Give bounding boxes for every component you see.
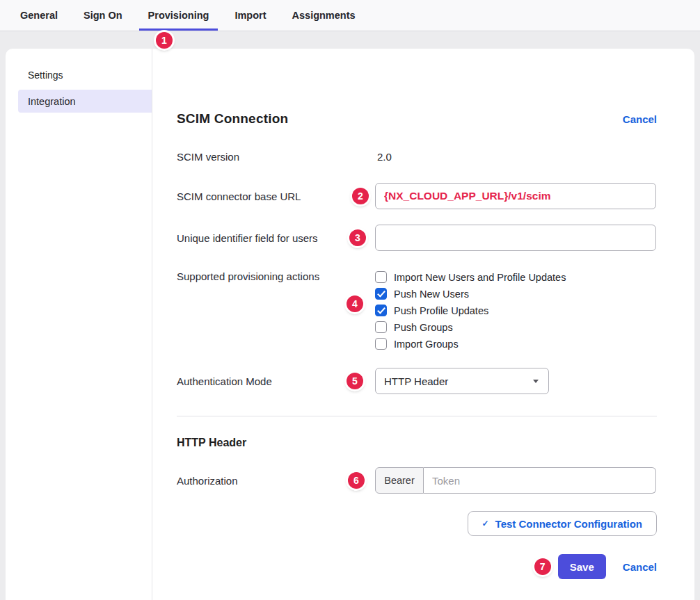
scim-connection-form: SCIM Connection Cancel SCIM version 2.0 … [152,49,694,600]
authentication-mode-select[interactable]: HTTP Header [375,368,549,394]
unique-id-input[interactable] [375,225,656,251]
option-push-new-users[interactable]: Push New Users [375,288,566,300]
option-label: Import Groups [394,339,459,350]
page-title: SCIM Connection [177,111,288,127]
test-connector-button[interactable]: ✓ Test Connector Configuration [468,511,657,536]
save-row: 7 Save Cancel [177,554,657,579]
save-button[interactable]: Save [558,554,606,579]
scim-version-label: SCIM version [177,151,375,163]
option-label: Import New Users and Profile Updates [394,272,566,283]
cancel-button[interactable]: Cancel [623,561,657,573]
sidebar-heading: Settings [6,70,152,81]
annotation-badge-7: 7 [534,558,551,575]
option-import-new-users[interactable]: Import New Users and Profile Updates [375,271,566,283]
tab-import[interactable]: Import [225,0,275,31]
provisioning-actions-row: Supported provisioning actions Import Ne… [177,270,657,350]
authentication-mode-row: Authentication Mode HTTP Header 5 [177,368,657,394]
provisioning-panel: Settings Integration SCIM Connection Can… [6,49,694,600]
provisioning-actions-list: Import New Users and Profile Updates Pus… [375,270,566,350]
annotation-badge-5: 5 [347,373,363,389]
unique-id-label: Unique identifier field for users [177,232,375,244]
tab-assignments[interactable]: Assignments [283,0,365,31]
annotation-badge-3: 3 [349,229,366,246]
section-divider [177,416,657,416]
checkbox-icon[interactable] [375,305,387,316]
authentication-mode-value: HTTP Header [384,375,448,387]
authorization-row: Authorization Bearer 6 [177,467,657,494]
authentication-mode-label: Authentication Mode [177,375,375,387]
test-connector-label: Test Connector Configuration [495,518,642,530]
option-label: Push Groups [394,322,453,333]
unique-id-row: Unique identifier field for users 3 [177,225,657,251]
annotation-badge-4: 4 [347,295,363,312]
annotation-badge-1: 1 [156,32,173,49]
option-push-profile-updates[interactable]: Push Profile Updates [375,305,566,316]
scim-version-value: 2.0 [375,151,392,163]
tab-bar: General Sign On Provisioning Import Assi… [0,0,700,31]
provisioning-actions-label: Supported provisioning actions [177,270,375,282]
token-input[interactable] [424,467,656,494]
checkbox-icon[interactable] [375,271,387,283]
base-url-input[interactable] [375,183,656,209]
tab-provisioning[interactable]: Provisioning [139,0,218,31]
option-push-groups[interactable]: Push Groups [375,321,566,333]
authorization-input-group: Bearer [375,467,656,494]
option-label: Push Profile Updates [394,305,488,316]
tab-sign-on[interactable]: Sign On [74,0,132,31]
chevron-down-icon [533,380,539,383]
check-icon: ✓ [482,519,489,528]
bearer-prefix: Bearer [375,467,424,494]
scim-version-row: SCIM version 2.0 [177,151,657,163]
authorization-label: Authorization [177,475,375,487]
annotation-badge-6: 6 [348,472,365,489]
base-url-row: SCIM connector base URL 2 [177,183,657,209]
annotation-badge-2: 2 [352,188,369,204]
checkbox-icon[interactable] [375,288,387,300]
settings-sidebar: Settings Integration [6,49,152,600]
http-header-section-title: HTTP Header [177,437,657,449]
base-url-label: SCIM connector base URL [177,190,375,202]
option-import-groups[interactable]: Import Groups [375,338,566,350]
cancel-link-top[interactable]: Cancel [623,113,657,125]
option-label: Push New Users [394,289,469,300]
tab-general[interactable]: General [11,0,67,31]
checkbox-icon[interactable] [375,321,387,333]
form-header: SCIM Connection Cancel [177,111,657,127]
sidebar-item-integration[interactable]: Integration [18,90,152,113]
checkbox-icon[interactable] [375,338,387,350]
test-connector-row: ✓ Test Connector Configuration [177,511,657,536]
